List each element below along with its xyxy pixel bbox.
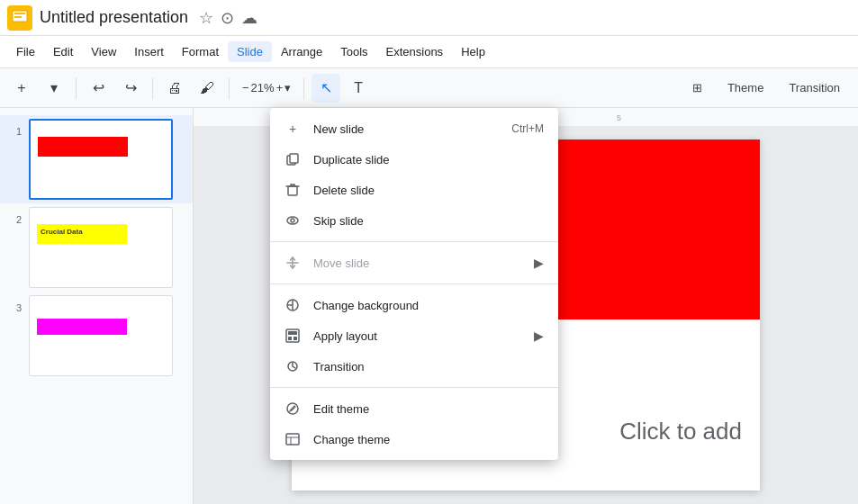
text-tool[interactable]: T <box>344 74 373 103</box>
toolbar-right: ⊞ Theme Transition <box>682 77 851 98</box>
menu-transition[interactable]: Transition <box>270 351 558 382</box>
menu-change-theme[interactable]: Change theme <box>270 424 558 454</box>
slide-dropdown-menu: + New slide Ctrl+M Duplicate slide Delet… <box>270 108 558 460</box>
toolbar-divider-2 <box>152 77 153 99</box>
svg-rect-20 <box>294 337 297 340</box>
zoom-control[interactable]: − 21% + ▾ <box>237 79 296 96</box>
change-background-label: Change background <box>313 299 419 312</box>
svg-rect-19 <box>288 337 292 340</box>
undo-button[interactable]: ↩ <box>84 74 113 103</box>
cloud-icon[interactable]: ☁ <box>241 8 257 28</box>
slide-number-1: 1 <box>7 126 22 137</box>
delete-slide-label: Delete slide <box>313 184 375 197</box>
title-action-icons: ☆ ⊙ ☁ <box>199 8 257 28</box>
duplicate-icon <box>284 151 301 167</box>
menu-divider-3 <box>270 387 558 388</box>
eye-icon <box>284 212 301 229</box>
transition-button[interactable]: Transition <box>778 77 851 98</box>
redo-button[interactable]: ↪ <box>116 74 145 103</box>
menu-bar: File Edit View Insert Format Slide Arran… <box>0 36 858 68</box>
slide-item-2[interactable]: 2 Crucial Data <box>0 203 193 292</box>
transition-icon <box>284 358 301 374</box>
cursor-tool[interactable]: ↖ <box>312 74 340 103</box>
svg-rect-2 <box>14 13 25 14</box>
svg-point-14 <box>287 217 298 224</box>
menu-apply-layout[interactable]: Apply layout ▶ <box>270 320 558 351</box>
svg-rect-5 <box>15 24 24 26</box>
zoom-value: 21% <box>251 81 275 94</box>
background-icon <box>284 297 301 313</box>
svg-rect-18 <box>288 331 297 335</box>
menu-help[interactable]: Help <box>452 41 494 62</box>
menu-edit-theme[interactable]: Edit theme <box>270 393 558 424</box>
theme-button[interactable]: Theme <box>717 77 774 98</box>
toolbar-dropdown-btn[interactable]: ▾ <box>40 74 68 103</box>
menu-new-slide[interactable]: + New slide Ctrl+M <box>270 113 558 144</box>
slide-panel: 1 Important Data 2 Crucial Data 3 <box>0 108 194 504</box>
move-slide-label: Move slide <box>313 256 369 270</box>
menu-slide[interactable]: Slide <box>228 41 272 62</box>
menu-delete-slide[interactable]: Delete slide <box>270 175 558 205</box>
new-slide-label: New slide <box>313 122 364 136</box>
folder-icon[interactable]: ⊙ <box>221 8 234 28</box>
slide-thumb-3 <box>29 295 173 376</box>
menu-arrange[interactable]: Arrange <box>272 41 331 62</box>
layout-button[interactable]: ⊞ <box>682 77 713 98</box>
zoom-dropdown[interactable]: ▾ <box>284 81 291 94</box>
toolbar-divider-3 <box>229 77 230 99</box>
layout-icon <box>284 328 301 344</box>
edit-theme-label: Edit theme <box>313 402 369 416</box>
menu-divider-1 <box>270 241 558 242</box>
menu-format[interactable]: Format <box>173 41 228 62</box>
svg-text:5: 5 <box>617 113 621 122</box>
change-theme-icon <box>284 431 301 447</box>
apply-layout-label: Apply layout <box>313 329 377 343</box>
menu-tools[interactable]: Tools <box>331 41 376 62</box>
toolbar: + ▾ ↩ ↪ 🖨 🖌 − 21% + ▾ ↖ T ⊞ Theme Transi… <box>0 68 858 108</box>
skip-slide-label: Skip slide <box>313 214 364 228</box>
change-theme-label: Change theme <box>313 433 390 446</box>
svg-rect-12 <box>290 154 298 163</box>
paint-format-button[interactable]: 🖌 <box>193 74 221 103</box>
transition-label: Transition <box>313 360 365 374</box>
zoom-plus[interactable]: + <box>276 81 284 94</box>
toolbar-divider-4 <box>303 77 304 99</box>
menu-change-background[interactable]: Change background <box>270 290 558 320</box>
move-slide-arrow: ▶ <box>534 256 544 270</box>
menu-skip-slide[interactable]: Skip slide <box>270 205 558 236</box>
slide-thumb-1: Important Data <box>29 119 173 200</box>
menu-extensions[interactable]: Extensions <box>377 41 453 62</box>
menu-insert[interactable]: Insert <box>125 41 173 62</box>
slide-number-3: 3 <box>7 302 22 313</box>
slide-number-2: 2 <box>7 214 22 225</box>
slide1-text: Important Data <box>41 140 92 148</box>
svg-rect-13 <box>288 186 297 195</box>
title-bar: Untitled presentation ☆ ⊙ ☁ <box>0 0 858 36</box>
app-icon <box>7 5 32 31</box>
menu-duplicate-slide[interactable]: Duplicate slide <box>270 144 558 175</box>
slide3-magenta-rect <box>37 319 127 335</box>
slide2-text: Crucial Data <box>41 228 83 236</box>
svg-rect-23 <box>286 434 299 445</box>
toolbar-divider-1 <box>76 77 77 99</box>
duplicate-slide-label: Duplicate slide <box>313 153 390 166</box>
slide-item-3[interactable]: 3 <box>0 292 193 380</box>
move-icon <box>284 255 301 271</box>
menu-edit[interactable]: Edit <box>44 41 82 62</box>
menu-view[interactable]: View <box>82 41 125 62</box>
star-icon[interactable]: ☆ <box>199 8 213 28</box>
menu-file[interactable]: File <box>7 41 44 62</box>
slide-thumb-2: Crucial Data <box>29 207 173 288</box>
slide-item-1[interactable]: 1 Important Data <box>0 115 193 203</box>
menu-divider-2 <box>270 284 558 284</box>
trash-icon <box>284 182 301 198</box>
canvas-subtitle: Click to add <box>619 418 742 446</box>
zoom-minus[interactable]: − <box>242 81 249 94</box>
apply-layout-arrow: ▶ <box>534 328 544 343</box>
svg-rect-3 <box>14 16 22 18</box>
print-button[interactable]: 🖨 <box>160 74 189 103</box>
svg-point-15 <box>291 219 294 222</box>
toolbar-add-btn[interactable]: + <box>7 74 36 103</box>
edit-theme-icon <box>284 400 301 417</box>
new-slide-shortcut: Ctrl+M <box>511 122 544 135</box>
